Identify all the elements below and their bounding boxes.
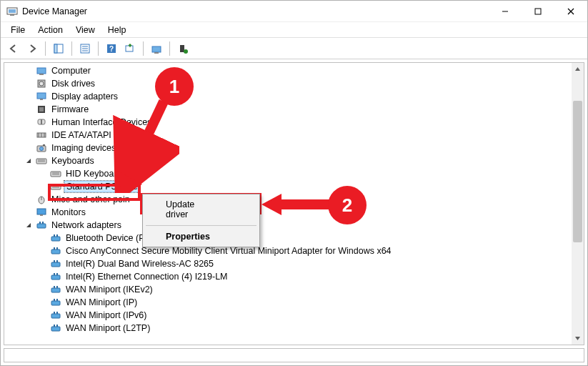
camera-icon <box>36 142 47 154</box>
device-label: WAN Miniport (L2TP) <box>64 323 151 333</box>
network-icon <box>50 245 61 257</box>
device-category-row[interactable]: Firmware <box>19 103 572 116</box>
svg-rect-48 <box>37 209 46 214</box>
expand-icon <box>39 311 47 320</box>
toolbar-separator <box>71 41 72 56</box>
toolbar-forward-button[interactable] <box>24 40 41 57</box>
scroll-up-icon[interactable] <box>572 63 584 75</box>
toolbar-separator <box>45 41 46 56</box>
device-item-row[interactable]: WAN Miniport (L2TP) <box>33 322 572 335</box>
mouse-icon <box>36 194 47 205</box>
device-label: Intel(R) Ethernet Connection (4) I219-LM <box>64 272 229 282</box>
device-category-row[interactable]: Imaging devices <box>19 142 572 154</box>
svg-rect-66 <box>54 286 55 288</box>
device-label: WAN Miniport (IP) <box>64 297 139 307</box>
svg-rect-57 <box>54 247 55 249</box>
svg-rect-55 <box>56 234 58 237</box>
device-item-row[interactable]: Standard PS/2 Ke <box>33 180 572 193</box>
scrollbar-thumb[interactable] <box>573 101 582 242</box>
device-item-row[interactable]: WAN Miniport (IPv6) <box>33 309 572 322</box>
svg-rect-21 <box>39 74 44 75</box>
toolbar-help-button[interactable]: ? <box>103 40 120 57</box>
device-category-row[interactable]: Network adapters <box>19 219 572 232</box>
svg-rect-52 <box>42 222 44 224</box>
expand-icon <box>39 182 47 191</box>
toolbar-scan-hardware-button[interactable] <box>121 40 139 57</box>
status-bar <box>4 348 584 362</box>
network-icon <box>50 284 61 295</box>
minimize-button[interactable] <box>489 1 522 21</box>
expand-icon <box>24 208 33 217</box>
monitor-icon <box>36 207 47 218</box>
network-icon <box>50 232 61 244</box>
device-category-row[interactable]: Mice and other poin <box>19 193 572 206</box>
device-item-row[interactable]: WAN Miniport (IKEv2) <box>33 283 572 296</box>
device-category-row[interactable]: Computer <box>19 64 572 77</box>
context-menu-properties[interactable]: Properties <box>144 228 258 245</box>
toolbar-separator <box>143 41 144 56</box>
svg-rect-59 <box>51 262 60 267</box>
svg-rect-56 <box>51 249 60 254</box>
device-label: Disk drives <box>50 79 96 89</box>
device-category-row[interactable]: Disk drives <box>19 77 572 90</box>
app-icon <box>6 6 18 17</box>
collapse-icon[interactable] <box>24 221 33 229</box>
expand-icon <box>24 195 33 204</box>
menu-view[interactable]: View <box>70 24 101 36</box>
scrollbar-track[interactable] <box>572 75 584 332</box>
device-label: Display adapters <box>50 92 119 102</box>
menu-action[interactable]: Action <box>32 24 69 36</box>
device-item-row[interactable]: WAN Miniport (IP) <box>33 296 572 309</box>
svg-rect-73 <box>56 312 58 314</box>
scroll-down-icon[interactable] <box>572 332 584 345</box>
toolbar-show-hide-tree-button[interactable] <box>50 40 67 57</box>
svg-rect-68 <box>51 301 60 305</box>
collapse-icon[interactable] <box>24 157 33 165</box>
close-button[interactable] <box>554 1 587 21</box>
device-tree[interactable]: ComputerDisk drivesDisplay adaptersFirmw… <box>4 63 572 345</box>
device-label: Standard PS/2 Ke <box>64 181 140 192</box>
expand-icon <box>39 324 47 332</box>
device-category-row[interactable]: Keyboards <box>19 154 572 167</box>
expand-icon <box>24 144 33 152</box>
context-menu-update-driver[interactable]: Update driver <box>144 196 258 223</box>
device-item-row[interactable]: Bluetooth Device (Personal Area Network) <box>33 232 572 244</box>
network-icon <box>36 219 47 231</box>
device-category-row[interactable]: Human Interface Devices <box>19 116 572 129</box>
svg-rect-50 <box>37 224 46 228</box>
network-icon <box>50 297 61 308</box>
svg-point-23 <box>39 81 44 86</box>
maximize-button[interactable] <box>522 1 554 21</box>
svg-rect-16 <box>152 46 161 52</box>
toolbar-separator <box>98 41 99 56</box>
svg-rect-71 <box>51 314 60 318</box>
svg-rect-74 <box>51 327 60 331</box>
keyboard-icon <box>50 168 61 179</box>
device-category-row[interactable]: Display adapters <box>19 90 572 103</box>
device-category-row[interactable]: IDE ATA/ATAPI controll <box>19 129 572 142</box>
svg-rect-27 <box>39 107 44 112</box>
menu-help[interactable]: Help <box>102 24 132 36</box>
toolbar-update-driver-button[interactable] <box>148 40 165 57</box>
toolbar-properties-button[interactable] <box>76 40 94 57</box>
device-label: Network adapters <box>50 220 123 230</box>
vertical-scrollbar[interactable] <box>572 63 584 345</box>
svg-rect-72 <box>54 312 55 314</box>
svg-point-35 <box>40 147 44 151</box>
device-item-row[interactable]: Cisco AnyConnect Secure Mobility Client … <box>33 244 572 257</box>
device-item-row[interactable]: Intel(R) Dual Band Wireless-AC 8265 <box>33 257 572 270</box>
svg-rect-1 <box>9 9 16 13</box>
menu-file[interactable]: File <box>5 24 31 36</box>
device-item-row[interactable]: Intel(R) Ethernet Connection (4) I219-LM <box>33 270 572 283</box>
svg-rect-54 <box>54 234 55 237</box>
disk-icon <box>36 78 47 89</box>
device-category-row[interactable]: Monitors <box>19 206 572 219</box>
svg-rect-49 <box>40 214 43 216</box>
device-item-row[interactable]: HID Keyboard Device <box>33 167 572 180</box>
toolbar-back-button[interactable] <box>5 40 22 57</box>
svg-rect-20 <box>37 68 46 74</box>
toolbar-uninstall-button[interactable] <box>174 40 191 57</box>
expand-icon <box>39 259 47 268</box>
context-menu-separator <box>146 225 256 226</box>
expand-icon <box>39 234 47 242</box>
